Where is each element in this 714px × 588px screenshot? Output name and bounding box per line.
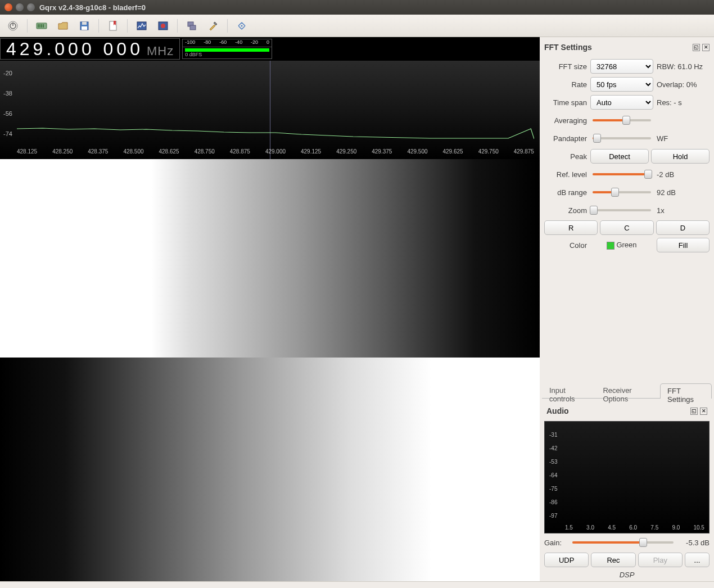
frequency-digits[interactable]: 429.000 000	[6, 39, 143, 60]
right-sidebar: FFT Settings ◱✕ FFT size 32768 RBW: 61.0…	[540, 37, 714, 581]
server-button[interactable]	[182, 17, 201, 34]
iq-record-button[interactable]	[153, 17, 173, 34]
svg-rect-4	[38, 24, 39, 28]
close-icon[interactable]	[4, 3, 12, 11]
peak-label: Peak	[544, 152, 587, 161]
bookmark-button[interactable]	[103, 17, 123, 34]
tab-input-controls[interactable]: Input controls	[542, 383, 595, 398]
zoom-slider[interactable]	[593, 209, 651, 211]
panel-tabs: Input controls Receiver Options FFT Sett…	[542, 383, 712, 399]
timespan-label: Time span	[544, 98, 587, 107]
gain-slider[interactable]	[572, 541, 674, 544]
audio-panel: Audio ◱✕ -31 -42 -53 -64 -75 -86 -97 1.5…	[542, 403, 712, 581]
svg-rect-7	[43, 24, 44, 28]
fullscreen-button[interactable]	[232, 17, 251, 34]
center-line	[270, 61, 270, 159]
undock-audio-icon[interactable]: ◱	[690, 408, 698, 415]
rate-select[interactable]: 50 fps	[590, 77, 653, 92]
center-button[interactable]: C	[600, 220, 653, 235]
reflevel-label: Ref. level	[544, 170, 587, 179]
dsp-label: DSP	[544, 568, 710, 581]
main-display: 429.000 000 MHz -100-80-60-40-200 0 dBFS…	[0, 37, 540, 581]
statusbar	[0, 581, 714, 588]
frequency-display[interactable]: 429.000 000 MHz	[0, 38, 180, 60]
fft-button[interactable]	[132, 17, 151, 34]
reflevel-value: -2 dB	[657, 170, 710, 179]
rate-label: Rate	[544, 80, 587, 89]
rec-button[interactable]: Rec	[591, 553, 635, 567]
spectrum-plot[interactable]: -20 -38 -56 -74 428.125428.250428.375428…	[0, 61, 540, 159]
fill-button[interactable]: Fill	[657, 238, 710, 252]
fft-size-select[interactable]: 32768	[590, 59, 653, 74]
dbrange-value: 92 dB	[657, 188, 710, 197]
svg-rect-6	[41, 24, 42, 28]
demod-button[interactable]: D	[656, 220, 710, 235]
audio-spectrum[interactable]: -31 -42 -53 -64 -75 -86 -97 1.53.04.56.0…	[544, 421, 710, 533]
zoom-label: Zoom	[544, 206, 587, 215]
spectrum-trace	[17, 132, 534, 133]
dbrange-label: dB range	[544, 188, 587, 197]
frequency-unit: MHz	[147, 44, 174, 58]
color-swatch-icon	[607, 242, 614, 250]
minimize-icon[interactable]	[16, 3, 24, 11]
device-button[interactable]	[32, 17, 51, 34]
res-value: Res: - s	[657, 98, 710, 107]
close-audio-icon[interactable]: ✕	[700, 408, 707, 415]
svg-point-17	[241, 25, 243, 26]
waterfall-display[interactable]	[0, 159, 540, 581]
window-title: Gqrx v2.4-38-g10c8 - bladerf=0	[39, 3, 146, 12]
signal-meter: -100-80-60-40-200 0 dBFS	[182, 39, 272, 59]
svg-rect-16	[190, 25, 196, 30]
tab-fft-settings[interactable]: FFT Settings	[660, 383, 712, 399]
reflevel-slider[interactable]	[593, 173, 651, 175]
power-button[interactable]	[3, 17, 22, 34]
spectrum-x-axis: 428.125428.250428.375428.500428.625428.7…	[17, 148, 534, 155]
close-panel-icon[interactable]: ✕	[702, 44, 710, 51]
maximize-icon[interactable]	[27, 3, 35, 11]
detect-button[interactable]: Detect	[590, 149, 649, 164]
more-button[interactable]: ...	[685, 553, 710, 567]
gain-value: -5.3 dB	[679, 539, 710, 547]
overlap-value: Overlap: 0%	[657, 80, 710, 89]
fft-size-label: FFT size	[544, 62, 587, 71]
pandapter-label: Pandapter	[544, 134, 587, 143]
titlebar: Gqrx v2.4-38-g10c8 - bladerf=0	[0, 0, 714, 15]
svg-rect-9	[82, 22, 87, 25]
color-value: Green	[590, 241, 653, 250]
color-label: Color	[544, 241, 587, 250]
smeter-readout: 0 dBFS	[183, 52, 272, 57]
undock-icon[interactable]: ◱	[693, 44, 700, 51]
averaging-slider[interactable]	[593, 119, 651, 121]
pandapter-slider[interactable]	[593, 137, 651, 139]
svg-rect-10	[82, 26, 87, 30]
open-button[interactable]	[53, 17, 73, 34]
udp-button[interactable]: UDP	[544, 553, 589, 567]
fft-panel-header: FFT Settings ◱✕	[542, 39, 712, 57]
timespan-select[interactable]: Auto	[590, 95, 653, 110]
dbrange-slider[interactable]	[593, 191, 651, 193]
toolbar	[0, 15, 714, 37]
hold-button[interactable]: Hold	[651, 149, 710, 164]
tools-button[interactable]	[204, 17, 223, 34]
svg-rect-5	[39, 24, 40, 28]
svg-point-14	[161, 24, 165, 28]
tab-receiver-options[interactable]: Receiver Options	[595, 383, 660, 398]
play-button[interactable]: Play	[638, 553, 683, 567]
save-button[interactable]	[75, 17, 94, 34]
rbw-value: RBW: 61.0 Hz	[657, 62, 710, 71]
zoom-value: 1x	[657, 206, 710, 215]
averaging-label: Averaging	[544, 116, 587, 125]
reset-button[interactable]: R	[544, 220, 598, 235]
audio-title: Audio	[546, 406, 569, 415]
gain-label: Gain:	[544, 539, 567, 547]
